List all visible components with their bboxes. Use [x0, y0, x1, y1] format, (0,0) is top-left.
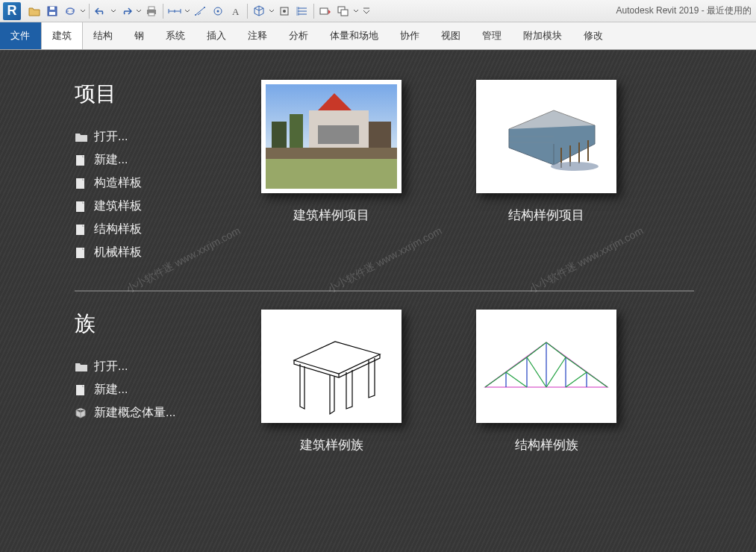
document-icon: [75, 201, 88, 212]
open-icon[interactable]: [26, 3, 43, 19]
document-icon: [75, 225, 88, 235]
tile-label: 建筑样例项目: [293, 207, 369, 224]
svg-rect-1: [50, 7, 54, 10]
project-new[interactable]: 新建...: [75, 152, 261, 168]
tab-manage[interactable]: 管理: [472, 22, 513, 49]
svg-point-12: [283, 10, 286, 13]
chevron-down-icon[interactable]: [79, 8, 87, 14]
customize-qat-icon[interactable]: [363, 7, 370, 15]
window-title: Autodesk Revit 2019 - 最近使用的: [616, 4, 756, 17]
svg-text:A: A: [232, 6, 240, 16]
svg-rect-16: [341, 10, 348, 16]
section-icon[interactable]: [276, 3, 293, 19]
close-hidden-icon[interactable]: [317, 3, 334, 19]
tile-thumbnail: [476, 80, 616, 193]
item-label: 机械样板: [94, 245, 142, 260]
svg-point-9: [217, 10, 219, 12]
svg-rect-39: [266, 314, 397, 418]
switch-windows-icon[interactable]: [335, 3, 352, 19]
tab-analyze[interactable]: 分析: [278, 22, 319, 49]
item-label: 新建概念体量...: [94, 405, 175, 421]
item-label: 建筑样板: [94, 198, 142, 214]
families-heading: 族: [75, 310, 261, 338]
chevron-down-icon[interactable]: [352, 8, 360, 14]
tab-insert[interactable]: 插入: [196, 22, 237, 49]
3dview-icon[interactable]: [251, 3, 267, 19]
svg-point-6: [195, 14, 196, 16]
item-label: 打开...: [94, 359, 128, 374]
redo-icon[interactable]: [118, 3, 134, 19]
tab-systems[interactable]: 系统: [155, 22, 196, 49]
tile-thumbnail: [261, 80, 402, 193]
svg-rect-30: [266, 148, 397, 159]
text-icon[interactable]: A: [228, 3, 244, 19]
tab-modify[interactable]: 修改: [573, 22, 614, 49]
document-icon: [75, 178, 88, 189]
recent-files-page: 项目 打开... 新建... 构造样板 建筑样板: [0, 50, 756, 552]
project-mechanical-template[interactable]: 机械样板: [75, 245, 261, 260]
print-icon[interactable]: [143, 3, 160, 19]
document-icon: [75, 248, 88, 258]
thin-lines-icon[interactable]: [294, 3, 310, 19]
tag-icon[interactable]: [210, 3, 226, 19]
svg-point-7: [204, 7, 205, 8]
tab-steel[interactable]: 钢: [124, 22, 155, 49]
tile-label: 建筑样例族: [300, 436, 363, 454]
align-dimension-icon[interactable]: [192, 3, 208, 19]
undo-icon[interactable]: [93, 3, 109, 19]
tile-structural-sample-family[interactable]: 结构样例族: [476, 310, 616, 454]
chevron-down-icon[interactable]: [184, 8, 191, 14]
item-label: 新建...: [94, 152, 128, 168]
chevron-down-icon[interactable]: [135, 8, 143, 14]
svg-rect-13: [296, 7, 299, 16]
tile-label: 结构样例族: [515, 436, 578, 454]
chevron-down-icon[interactable]: [268, 8, 275, 14]
svg-rect-14: [320, 8, 328, 14]
tab-massing-site[interactable]: 体量和场地: [319, 22, 390, 49]
tab-collaborate[interactable]: 协作: [390, 22, 431, 49]
family-new-conceptual-mass[interactable]: 新建概念体量...: [75, 405, 261, 421]
tile-architectural-sample-family[interactable]: 建筑样例族: [261, 310, 402, 454]
app-logo[interactable]: R: [3, 2, 21, 20]
tab-architecture[interactable]: 建筑: [41, 22, 83, 49]
family-open[interactable]: 打开...: [75, 359, 261, 374]
item-label: 构造样板: [94, 175, 142, 191]
tab-structure[interactable]: 结构: [83, 22, 124, 49]
sync-icon[interactable]: [62, 3, 78, 19]
item-label: 结构样板: [94, 222, 142, 237]
document-icon: [75, 155, 88, 166]
project-open[interactable]: 打开...: [75, 129, 261, 145]
measure-icon[interactable]: [166, 3, 183, 19]
svg-rect-4: [149, 7, 154, 10]
family-new[interactable]: 新建...: [75, 382, 261, 398]
tab-file[interactable]: 文件: [0, 22, 41, 49]
cube-icon: [75, 408, 88, 418]
chevron-down-icon[interactable]: [110, 8, 117, 14]
folder-icon: [75, 362, 88, 372]
item-label: 新建...: [94, 382, 128, 398]
tab-annotate[interactable]: 注释: [237, 22, 278, 49]
svg-rect-2: [49, 12, 55, 15]
svg-point-37: [551, 162, 599, 171]
svg-rect-29: [369, 122, 391, 151]
item-label: 打开...: [94, 129, 128, 145]
tab-addins[interactable]: 附加模块: [513, 22, 573, 49]
project-architectural-template[interactable]: 建筑样板: [75, 198, 261, 214]
projects-section: 项目 打开... 新建... 构造样板 建筑样板: [75, 80, 694, 290]
tile-architectural-sample-project[interactable]: 建筑样例项目: [261, 80, 402, 224]
tile-thumbnail: [261, 310, 402, 423]
svg-rect-5: [149, 13, 154, 16]
save-icon[interactable]: [44, 3, 60, 19]
tab-view[interactable]: 视图: [431, 22, 472, 49]
tile-thumbnail: [476, 310, 616, 423]
project-structural-template[interactable]: 结构样板: [75, 222, 261, 237]
tile-structural-sample-project[interactable]: 结构样例项目: [476, 80, 616, 224]
document-icon: [75, 385, 88, 395]
quick-access-toolbar: R A: [0, 0, 756, 22]
projects-heading: 项目: [75, 80, 261, 108]
ribbon-tabs: 文件 建筑 结构 钢 系统 插入 注释 分析 体量和场地 协作 视图 管理 附加…: [0, 22, 756, 50]
project-construction-template[interactable]: 构造样板: [75, 175, 261, 191]
folder-icon: [75, 132, 88, 142]
tile-label: 结构样例项目: [508, 207, 584, 224]
families-section: 族 打开... 新建... 新建概念体量...: [75, 290, 694, 476]
